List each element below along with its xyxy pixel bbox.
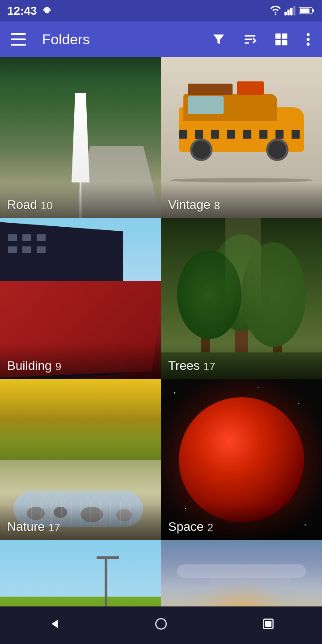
- folder-space-overlay: Space 2: [161, 504, 322, 540]
- svg-rect-26: [266, 621, 271, 627]
- folder-nature[interactable]: Nature 17: [0, 379, 161, 540]
- svg-rect-12: [11, 44, 26, 46]
- folder-road-label: Road: [7, 198, 37, 212]
- folder-road[interactable]: Road 10: [0, 57, 161, 218]
- folder-trees-count: 17: [203, 360, 216, 373]
- folder-vintage[interactable]: Vintage 8: [161, 57, 322, 218]
- grid-button[interactable]: [270, 30, 292, 48]
- folder-space[interactable]: Space 2: [161, 379, 322, 540]
- folder-nature-label: Nature: [7, 520, 45, 534]
- app-title: Folders: [42, 31, 199, 48]
- recents-button[interactable]: [253, 613, 284, 638]
- svg-rect-10: [11, 33, 26, 35]
- svg-rect-16: [275, 34, 281, 39]
- folder-building-overlay: Building 9: [0, 343, 161, 379]
- folder-vintage-label: Vintage: [168, 198, 210, 212]
- folder-trees-label: Trees: [168, 359, 200, 373]
- battery-icon: [299, 6, 315, 15]
- status-bar: 12:43: [0, 0, 322, 21]
- app-bar: Folders: [0, 21, 322, 57]
- folder-trees[interactable]: Trees 17: [161, 218, 322, 379]
- signal-icon: [284, 6, 296, 16]
- folder-building[interactable]: Building 9: [0, 218, 161, 379]
- svg-rect-6: [293, 6, 296, 16]
- folder-grid: Road 10 Vintage 8: [0, 57, 322, 644]
- folder-vintage-overlay: Vintage 8: [161, 182, 322, 218]
- folder-nature-overlay: Nature 17: [0, 504, 161, 540]
- svg-rect-8: [300, 8, 309, 13]
- svg-rect-5: [290, 8, 292, 16]
- svg-rect-19: [282, 40, 287, 45]
- filter-button[interactable]: [208, 30, 230, 48]
- folder-nature-count: 17: [48, 521, 60, 534]
- folder-road-count: 10: [41, 199, 53, 212]
- menu-button[interactable]: [7, 31, 30, 47]
- status-right: [269, 6, 315, 16]
- svg-marker-23: [51, 619, 58, 628]
- podcast-icon: [41, 4, 53, 17]
- svg-rect-17: [282, 34, 287, 39]
- status-left: 12:43: [7, 4, 53, 18]
- svg-rect-9: [312, 9, 314, 12]
- svg-point-24: [156, 619, 166, 629]
- home-button[interactable]: [146, 613, 176, 638]
- folder-building-count: 9: [55, 360, 61, 373]
- folder-space-count: 2: [207, 521, 213, 534]
- svg-rect-4: [288, 9, 290, 15]
- status-time: 12:43: [7, 4, 37, 18]
- wifi-icon: [269, 6, 282, 16]
- folder-road-overlay: Road 10: [0, 182, 161, 218]
- folder-trees-overlay: Trees 17: [161, 343, 322, 379]
- svg-rect-18: [275, 40, 281, 45]
- sort-button[interactable]: [239, 30, 261, 48]
- more-button[interactable]: [301, 30, 315, 48]
- svg-rect-11: [11, 38, 26, 40]
- back-button[interactable]: [38, 613, 69, 638]
- bottom-nav: [0, 606, 322, 644]
- folder-building-label: Building: [7, 359, 52, 373]
- svg-point-2: [275, 13, 276, 15]
- svg-rect-3: [284, 12, 287, 16]
- svg-point-21: [307, 38, 310, 41]
- svg-point-22: [307, 42, 310, 46]
- folder-space-label: Space: [168, 520, 203, 534]
- folder-vintage-count: 8: [214, 199, 220, 212]
- svg-point-20: [307, 33, 310, 36]
